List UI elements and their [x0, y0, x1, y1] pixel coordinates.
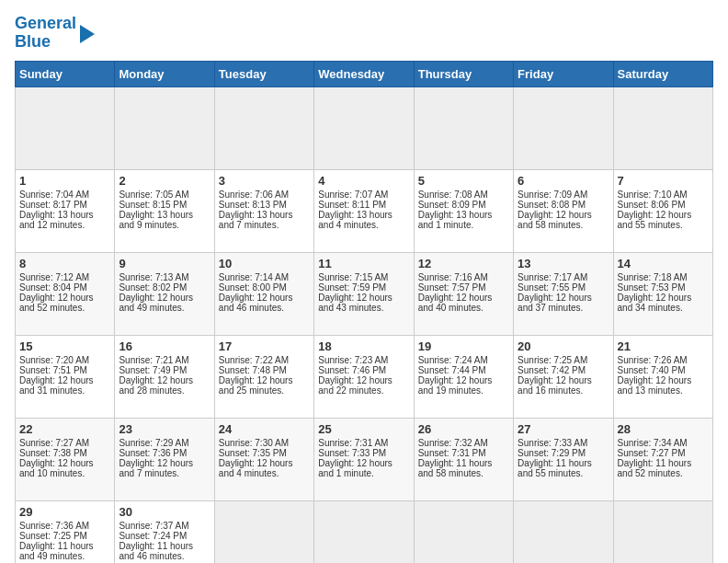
day-number: 13 — [518, 257, 609, 270]
day-number: 30 — [119, 505, 210, 519]
day-number: 14 — [618, 257, 709, 270]
calendar-cell: 21Sunrise: 7:26 AMSunset: 7:40 PMDayligh… — [613, 335, 712, 418]
calendar-cell: 26Sunrise: 7:32 AMSunset: 7:31 PMDayligh… — [414, 418, 513, 500]
calendar-cell: 28Sunrise: 7:34 AMSunset: 7:27 PMDayligh… — [613, 418, 712, 500]
sunrise-label: Sunrise: 7:32 AM — [418, 438, 488, 448]
day-number: 18 — [318, 339, 409, 353]
sunrise-label: Sunrise: 7:14 AM — [219, 272, 289, 282]
sunrise-label: Sunrise: 7:17 AM — [518, 272, 587, 282]
calendar-cell: 1Sunrise: 7:04 AMSunset: 8:17 PMDaylight… — [16, 169, 115, 252]
daylight-label: Daylight: 12 hours and 43 minutes. — [318, 293, 392, 313]
sunset-label: Sunset: 7:53 PM — [618, 282, 686, 293]
sunrise-label: Sunrise: 7:34 AM — [618, 438, 688, 448]
sunset-label: Sunset: 8:00 PM — [219, 282, 287, 293]
day-number: 3 — [219, 174, 310, 188]
daylight-label: Daylight: 12 hours and 10 minutes. — [19, 458, 94, 478]
calendar-cell: 9Sunrise: 7:13 AMSunset: 8:02 PMDaylight… — [115, 252, 214, 335]
day-number: 15 — [19, 339, 110, 353]
sunset-label: Sunset: 7:44 PM — [418, 365, 486, 375]
sunset-label: Sunset: 7:24 PM — [119, 531, 187, 541]
daylight-label: Daylight: 13 hours and 7 minutes. — [219, 210, 293, 230]
day-number: 17 — [219, 339, 310, 353]
sunset-label: Sunset: 7:36 PM — [119, 448, 187, 458]
sunrise-label: Sunrise: 7:29 AM — [119, 438, 188, 448]
calendar-cell: 29Sunrise: 7:36 AMSunset: 7:25 PMDayligh… — [16, 500, 115, 563]
sunset-label: Sunset: 7:35 PM — [219, 448, 287, 458]
daylight-label: Daylight: 12 hours and 25 minutes. — [219, 375, 293, 396]
sunset-label: Sunset: 7:31 PM — [418, 448, 486, 458]
day-number: 25 — [318, 422, 409, 436]
calendar-cell — [514, 86, 613, 169]
daylight-label: Daylight: 11 hours and 49 minutes. — [19, 541, 94, 561]
calendar-cell: 7Sunrise: 7:10 AMSunset: 8:06 PMDaylight… — [613, 169, 712, 252]
daylight-label: Daylight: 13 hours and 4 minutes. — [318, 210, 392, 230]
day-number: 8 — [19, 257, 110, 270]
calendar-cell — [314, 86, 414, 169]
sunset-label: Sunset: 7:48 PM — [219, 365, 287, 375]
logo-text: General — [15, 15, 76, 33]
calendar-cell — [414, 500, 513, 563]
day-header-saturday: Saturday — [613, 61, 712, 86]
sunrise-label: Sunrise: 7:31 AM — [318, 438, 388, 448]
daylight-label: Daylight: 12 hours and 55 minutes. — [618, 210, 692, 230]
sunrise-label: Sunrise: 7:24 AM — [418, 355, 488, 365]
calendar-cell: 27Sunrise: 7:33 AMSunset: 7:29 PMDayligh… — [514, 418, 613, 500]
daylight-label: Daylight: 11 hours and 52 minutes. — [618, 458, 692, 478]
day-number: 16 — [119, 339, 210, 353]
calendar-cell: 16Sunrise: 7:21 AMSunset: 7:49 PMDayligh… — [115, 335, 214, 418]
calendar-cell — [115, 86, 214, 169]
sunset-label: Sunset: 8:15 PM — [119, 200, 187, 210]
sunrise-label: Sunrise: 7:36 AM — [19, 521, 89, 531]
calendar-cell — [214, 500, 313, 563]
sunrise-label: Sunrise: 7:33 AM — [518, 438, 587, 448]
sunrise-label: Sunrise: 7:10 AM — [618, 190, 688, 200]
daylight-label: Daylight: 11 hours and 58 minutes. — [418, 458, 493, 478]
calendar-cell: 8Sunrise: 7:12 AMSunset: 8:04 PMDaylight… — [16, 252, 115, 335]
daylight-label: Daylight: 12 hours and 52 minutes. — [19, 293, 94, 313]
sunset-label: Sunset: 7:51 PM — [19, 365, 87, 375]
day-number: 12 — [418, 257, 509, 270]
sunset-label: Sunset: 7:40 PM — [618, 365, 686, 375]
day-header-sunday: Sunday — [16, 61, 115, 86]
calendar-week-3: 15Sunrise: 7:20 AMSunset: 7:51 PMDayligh… — [16, 335, 713, 418]
daylight-label: Daylight: 12 hours and 16 minutes. — [518, 375, 592, 396]
header-row: SundayMondayTuesdayWednesdayThursdayFrid… — [16, 61, 713, 86]
sunrise-label: Sunrise: 7:04 AM — [19, 190, 89, 200]
sunrise-label: Sunrise: 7:06 AM — [219, 190, 289, 200]
daylight-label: Daylight: 12 hours and 49 minutes. — [119, 293, 193, 313]
sunset-label: Sunset: 8:09 PM — [418, 200, 486, 210]
calendar-table: SundayMondayTuesdayWednesdayThursdayFrid… — [15, 61, 713, 563]
sunrise-label: Sunrise: 7:08 AM — [418, 190, 488, 200]
calendar-cell — [514, 500, 613, 563]
daylight-label: Daylight: 12 hours and 22 minutes. — [318, 375, 392, 396]
calendar-cell: 20Sunrise: 7:25 AMSunset: 7:42 PMDayligh… — [514, 335, 613, 418]
sunrise-label: Sunrise: 7:26 AM — [618, 355, 688, 365]
day-number: 11 — [318, 257, 409, 270]
page-header: General Blue — [15, 15, 713, 52]
sunrise-label: Sunrise: 7:12 AM — [19, 272, 89, 282]
daylight-label: Daylight: 13 hours and 1 minute. — [418, 210, 493, 230]
day-number: 7 — [618, 174, 709, 188]
daylight-label: Daylight: 12 hours and 28 minutes. — [119, 375, 193, 396]
sunset-label: Sunset: 7:57 PM — [418, 282, 486, 293]
logo-arrow-icon — [80, 25, 95, 43]
sunset-label: Sunset: 8:06 PM — [618, 200, 686, 210]
calendar-cell: 12Sunrise: 7:16 AMSunset: 7:57 PMDayligh… — [414, 252, 513, 335]
calendar-cell: 24Sunrise: 7:30 AMSunset: 7:35 PMDayligh… — [214, 418, 313, 500]
day-number: 4 — [318, 174, 409, 188]
day-number: 6 — [518, 174, 609, 188]
sunset-label: Sunset: 7:27 PM — [618, 448, 686, 458]
logo-text2: Blue — [15, 33, 76, 52]
daylight-label: Daylight: 12 hours and 34 minutes. — [618, 293, 692, 313]
sunset-label: Sunset: 7:46 PM — [318, 365, 386, 375]
daylight-label: Daylight: 11 hours and 55 minutes. — [518, 458, 592, 478]
calendar-cell: 10Sunrise: 7:14 AMSunset: 8:00 PMDayligh… — [214, 252, 313, 335]
daylight-label: Daylight: 12 hours and 46 minutes. — [219, 293, 293, 313]
sunset-label: Sunset: 7:42 PM — [518, 365, 586, 375]
day-number: 1 — [19, 174, 110, 188]
sunset-label: Sunset: 8:11 PM — [318, 200, 386, 210]
calendar-week-1: 1Sunrise: 7:04 AMSunset: 8:17 PMDaylight… — [16, 169, 713, 252]
day-number: 21 — [618, 339, 709, 353]
day-header-monday: Monday — [115, 61, 214, 86]
daylight-label: Daylight: 12 hours and 4 minutes. — [219, 458, 293, 478]
